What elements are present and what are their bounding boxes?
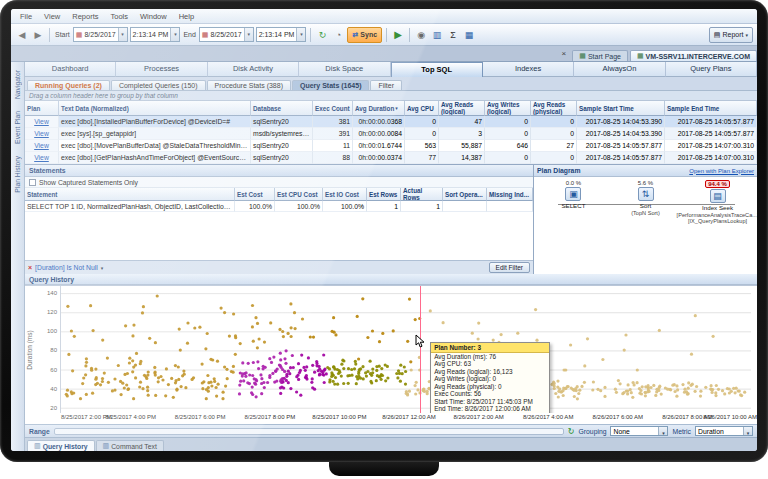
column-header[interactable]: Est Cost bbox=[235, 188, 275, 201]
refresh-icon[interactable]: ↻ bbox=[315, 28, 329, 42]
menu-item[interactable]: Tools bbox=[104, 12, 134, 21]
chevron-down-icon[interactable]: ▾ bbox=[118, 28, 127, 41]
side-tab[interactable]: Event Plan bbox=[14, 111, 21, 144]
column-header[interactable]: Est CPU Cost bbox=[275, 188, 323, 201]
open-plan-explorer-link[interactable]: Open with Plan Explorer bbox=[689, 168, 754, 174]
sigma-icon[interactable]: Σ bbox=[446, 28, 460, 42]
show-captured-row[interactable]: Show Captured Statements Only bbox=[25, 177, 533, 188]
chart-corner bbox=[25, 413, 61, 424]
sub-tab[interactable]: Completed Queries (150) bbox=[111, 80, 206, 90]
menu-item[interactable]: File bbox=[14, 12, 38, 21]
sub-tab[interactable]: Filter bbox=[370, 80, 402, 90]
plan-node[interactable]: 0.0 % ▣ SELECT bbox=[538, 180, 609, 274]
chevron-down-icon[interactable]: ▾ bbox=[170, 28, 179, 41]
column-header[interactable]: Database bbox=[251, 101, 313, 116]
side-tab[interactable]: Navigator bbox=[14, 70, 21, 99]
end-time-input[interactable]: 2:13:14 PM ▾ bbox=[256, 27, 307, 42]
column-header[interactable]: Plan bbox=[25, 101, 59, 116]
column-header[interactable]: Text Data (Normalized) bbox=[59, 101, 251, 116]
camera-icon[interactable]: ◉ bbox=[414, 28, 428, 42]
column-header[interactable]: Statement bbox=[25, 188, 235, 201]
filter-expression[interactable]: [Duration] Is Not Null bbox=[35, 264, 98, 271]
cell-avg-reads-logical: 55,887 bbox=[439, 140, 485, 152]
report-button[interactable]: ▤ Report ▾ bbox=[709, 27, 753, 43]
column-header[interactable]: Est IO Cost bbox=[323, 188, 367, 201]
chevron-down-icon[interactable]: ▾ bbox=[101, 265, 104, 271]
main-tab[interactable]: AlwaysOn bbox=[574, 62, 665, 77]
sync-button[interactable]: ⇄ Sync bbox=[347, 27, 382, 43]
grouping-select[interactable]: None ▾ bbox=[610, 426, 668, 436]
column-header[interactable]: Avg Reads (physical) bbox=[531, 101, 577, 116]
cell-text-data: exec [dbo].[MovePlanBufferData] @StaleDa… bbox=[59, 140, 251, 152]
chevron-down-icon[interactable]: ▾ bbox=[244, 28, 253, 41]
sub-tab[interactable]: Procedure Stats (388) bbox=[207, 80, 291, 90]
chart-icon[interactable]: ▥ bbox=[430, 28, 444, 42]
column-header[interactable]: Avg Writes (logical) bbox=[485, 101, 531, 116]
mouse-cursor-icon bbox=[415, 334, 426, 349]
end-date-input[interactable]: ▦ 8/25/2017 ▾ bbox=[199, 27, 254, 42]
main-tab[interactable]: Processes bbox=[116, 62, 207, 77]
view-plan-link[interactable]: View bbox=[34, 130, 49, 137]
side-tab[interactable]: Plan History bbox=[14, 156, 21, 193]
main-tab[interactable]: Disk Activity bbox=[208, 62, 299, 77]
statement-row[interactable]: SELECT TOP 1 ID, NormalizedPlanHash, Obj… bbox=[25, 201, 533, 212]
metric-select[interactable]: Duration ▾ bbox=[695, 426, 753, 436]
grid-icon[interactable]: ▦ bbox=[462, 28, 476, 42]
forward-icon[interactable]: ▶ bbox=[31, 28, 45, 42]
menu-item[interactable]: Help bbox=[173, 12, 200, 21]
chevron-down-icon[interactable]: ▾ bbox=[658, 427, 667, 435]
column-header[interactable]: Avg Duration bbox=[353, 101, 405, 116]
plan-node[interactable]: 94.4 % ▤ Index Seek [PerformanceAnalysis… bbox=[682, 180, 753, 274]
range-slider[interactable] bbox=[54, 428, 564, 435]
main-area: DashboardProcessesDisk ActivityDisk Spac… bbox=[25, 62, 757, 451]
sub-tab[interactable]: Query Stats (1645) bbox=[292, 80, 369, 90]
main-tab[interactable]: Query Plans bbox=[666, 62, 757, 77]
chevron-down-icon[interactable]: ▾ bbox=[743, 427, 752, 435]
close-icon[interactable]: × bbox=[562, 49, 567, 58]
start-time-input[interactable]: 2:13:14 PM ▾ bbox=[130, 27, 181, 42]
table-row[interactable]: View exec [dbo].[GetPlanHashAndTimeForOb… bbox=[25, 152, 757, 164]
qh-plot[interactable]: Plan Number: 3 Avg Duration (ms): 76Avg … bbox=[61, 286, 751, 413]
column-header[interactable]: Sort Opera... bbox=[443, 188, 487, 201]
table-row[interactable]: View exec [dbo].[InstalledPlanBufferForD… bbox=[25, 116, 757, 128]
back-icon[interactable]: ◀ bbox=[15, 28, 29, 42]
refresh-icon[interactable]: ↻ bbox=[568, 427, 575, 436]
column-header[interactable]: Avg Reads (logical) bbox=[439, 101, 485, 116]
plan-node[interactable]: 5.6 % ⇅ Sort (TopN Sort) bbox=[610, 180, 681, 274]
column-header[interactable]: Est Rows bbox=[367, 188, 401, 201]
menu-item[interactable]: View bbox=[38, 12, 66, 21]
x-tick-label: 8/25/2017 4:00 PM bbox=[105, 414, 156, 420]
bottom-tab[interactable]: ▥ Command Text bbox=[96, 440, 164, 451]
cell-avg-writes-logical: 0 bbox=[485, 128, 531, 140]
remove-filter-icon[interactable]: × bbox=[28, 264, 32, 271]
column-header[interactable]: Actual Rows bbox=[401, 188, 443, 201]
bottom-tab[interactable]: ▥ Query History bbox=[27, 440, 95, 451]
view-plan-link[interactable]: View bbox=[34, 142, 49, 149]
chevron-down-icon[interactable]: ▾ bbox=[296, 28, 305, 41]
plan-node-object: [PerformanceAnalysisTraceCa...] [IX_Quer… bbox=[677, 212, 757, 224]
document-tab[interactable]: ▦ VM-SSRV11.INTERCERVE.COM bbox=[630, 50, 757, 61]
document-tab[interactable]: ▦ Start Page bbox=[572, 50, 628, 61]
main-tab[interactable]: Disk Space bbox=[299, 62, 390, 77]
column-header[interactable]: Sample Start Time bbox=[577, 101, 665, 116]
table-row[interactable]: View exec [dbo].[MovePlanBufferData] @St… bbox=[25, 140, 757, 152]
end-date-value: 8/25/2017 bbox=[210, 31, 241, 38]
play-icon[interactable]: ▶ bbox=[391, 28, 405, 42]
menu-item[interactable]: Window bbox=[134, 12, 173, 21]
view-plan-link[interactable]: View bbox=[34, 154, 49, 161]
sub-tab[interactable]: Running Queries (2) bbox=[27, 80, 110, 90]
table-row[interactable]: View exec [sys].[sp_getappidr] msdb/syst… bbox=[25, 128, 757, 140]
main-tab[interactable]: Indexes bbox=[483, 62, 574, 77]
edit-filter-button[interactable]: Edit Filter bbox=[489, 262, 530, 273]
column-header[interactable]: Sample End Time bbox=[665, 101, 757, 116]
column-header[interactable]: Avg CPU bbox=[405, 101, 439, 116]
column-header[interactable]: Missing Ind... bbox=[487, 188, 533, 201]
start-date-input[interactable]: ▦ 8/25/2017 ▾ bbox=[73, 27, 128, 42]
view-plan-link[interactable]: View bbox=[34, 118, 49, 125]
main-tab[interactable]: Dashboard bbox=[25, 62, 116, 77]
menu-item[interactable]: Reports bbox=[66, 12, 104, 21]
column-header[interactable]: Exec Count bbox=[313, 101, 353, 116]
checkbox-icon[interactable] bbox=[29, 179, 36, 186]
clock-icon[interactable]: ◔ bbox=[331, 28, 345, 42]
main-tab[interactable]: Top SQL bbox=[391, 62, 483, 77]
